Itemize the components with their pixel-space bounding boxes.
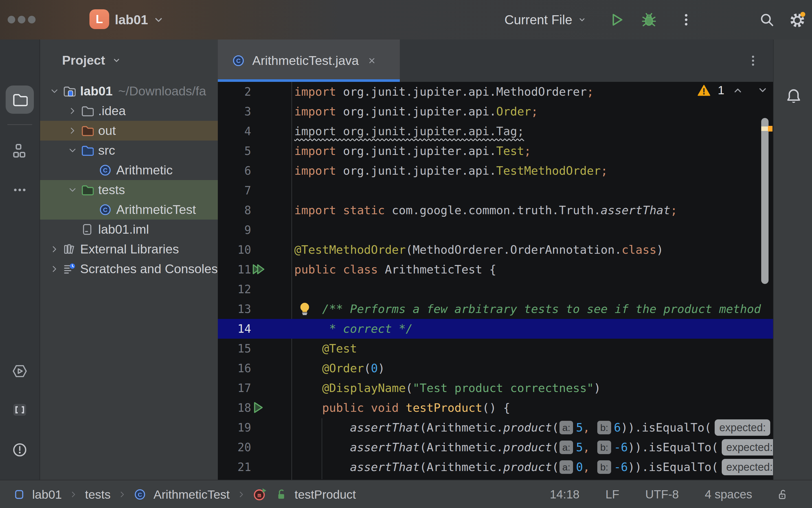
code-text: import org.junit.jupiter.api.Tag; <box>294 121 524 141</box>
tree-item-arithmetic[interactable]: CArithmetic <box>40 160 218 180</box>
tool-window-strip <box>0 40 40 480</box>
tree-item-label: src <box>98 143 115 158</box>
run-configuration-selector[interactable]: Current File <box>504 0 587 40</box>
code-line-18[interactable]: 18 public void testProduct() { <box>218 398 773 418</box>
tab-list-options-button[interactable] <box>746 54 760 68</box>
chevron-right-icon[interactable] <box>67 126 78 136</box>
module-icon <box>13 489 25 500</box>
code-line-2[interactable]: 2import org.junit.jupiter.api.MethodOrde… <box>218 82 773 101</box>
traffic-light-minimize-button[interactable] <box>18 16 26 24</box>
code-text: * correct */ <box>294 319 413 339</box>
code-line-8[interactable]: 8import static com.google.common.truth.T… <box>218 200 773 220</box>
project-view-selector[interactable]: Project <box>62 40 122 81</box>
code-viewport[interactable]: 2import org.junit.jupiter.api.MethodOrde… <box>218 82 773 480</box>
project-initial: L <box>96 12 103 26</box>
editor-scrollbar[interactable] <box>761 118 769 284</box>
code-line-12[interactable]: 12 <box>218 280 773 299</box>
code-line-11[interactable]: 11public class ArithmeticTest { <box>218 260 773 280</box>
strip-divider <box>7 124 32 125</box>
chevron-right-icon[interactable] <box>67 106 78 116</box>
tree-item-lab01[interactable]: lab01~/Downloads/fa <box>40 81 218 101</box>
breadcrumb-class[interactable]: ArithmeticTest <box>153 488 230 502</box>
breadcrumb-method[interactable]: testProduct <box>295 488 356 502</box>
code-line-3[interactable]: 3import org.junit.jupiter.api.Order; <box>218 101 773 121</box>
code-line-13[interactable]: 13 /** Performs a few arbitrary tests to… <box>218 299 773 319</box>
line-number: 11 <box>218 260 251 280</box>
services-tool-window-button[interactable] <box>12 363 28 379</box>
code-line-10[interactable]: 10@TestMethodOrder(MethodOrderer.OrderAn… <box>218 240 773 260</box>
terminal-tool-window-button[interactable] <box>12 402 28 418</box>
tree-item-external-libraries[interactable]: External Libraries <box>40 239 218 259</box>
previous-problem-chevron-up-icon[interactable] <box>732 84 744 96</box>
code-line-20[interactable]: 20 assertThat(Arithmetic.product(a:5, b:… <box>218 437 773 457</box>
tree-item-out[interactable]: out <box>40 121 218 140</box>
notifications-bell-button[interactable] <box>785 87 802 105</box>
code-line-17[interactable]: 17 @DisplayName("Test product correctnes… <box>218 378 773 398</box>
status-bar: lab01 tests C ArithmeticTest m testProdu… <box>0 480 812 508</box>
code-line-21[interactable]: 21 assertThat(Arithmetic.product(a:0, b:… <box>218 457 773 477</box>
tree-item-lab01-iml[interactable]: lab01.iml <box>40 220 218 239</box>
tree-item-idea[interactable]: .idea <box>40 101 218 121</box>
breadcrumb-folder[interactable]: tests <box>85 488 110 502</box>
inspections-widget[interactable]: 1 <box>697 84 769 97</box>
editor-tab-bar: C ArithmeticTest.java <box>218 40 773 82</box>
line-number: 7 <box>218 181 251 200</box>
problems-tool-window-button[interactable] <box>12 442 28 458</box>
tab-arithmetictest-java[interactable]: C ArithmeticTest.java <box>218 40 400 82</box>
svg-text:m: m <box>258 492 261 499</box>
error-stripe-warning-mark[interactable] <box>768 126 772 131</box>
code-line-16[interactable]: 16 @Order(0) <box>218 358 773 378</box>
tree-item-scratches-and-consoles[interactable]: Scratches and Consoles <box>40 259 218 279</box>
code-line-4[interactable]: 4import org.junit.jupiter.api.Tag; <box>218 121 773 141</box>
encoding-widget[interactable]: UTF-8 <box>632 488 692 501</box>
indent-widget[interactable]: 4 spaces <box>692 488 765 501</box>
settings-gear-icon[interactable] <box>789 12 805 28</box>
project-tool-window-button[interactable] <box>6 86 34 114</box>
code-text: @TestMethodOrder(MethodOrderer.OrderAnno… <box>294 240 663 260</box>
code-line-7[interactable]: 7 <box>218 181 773 200</box>
chevron-down-icon[interactable] <box>67 145 78 156</box>
structure-tool-window-button[interactable] <box>12 143 28 159</box>
caret-position-widget[interactable]: 14:18 <box>537 488 592 501</box>
chevron-down-icon[interactable] <box>49 86 59 96</box>
code-text: import org.junit.jupiter.api.TestMethodO… <box>294 161 608 181</box>
code-line-14[interactable]: 14 * correct */ <box>218 319 773 339</box>
code-line-9[interactable]: 9 <box>218 220 773 240</box>
debug-button[interactable] <box>641 12 657 28</box>
next-problem-chevron-down-icon[interactable] <box>756 84 769 96</box>
editor-area: C ArithmeticTest.java 2import org.junit.… <box>218 40 773 480</box>
right-tool-window-strip <box>773 40 812 480</box>
chevron-right-icon[interactable] <box>49 264 59 274</box>
breadcrumb-module[interactable]: lab01 <box>32 488 62 502</box>
line-number: 2 <box>218 82 251 101</box>
more-options-button[interactable] <box>678 12 694 28</box>
tree-item-arithmetictest[interactable]: CArithmeticTest <box>40 200 218 220</box>
chevron-right-icon <box>69 490 78 499</box>
project-selector[interactable]: lab01 <box>115 0 148 40</box>
code-line-15[interactable]: 15 @Test <box>218 339 773 358</box>
line-separator-widget[interactable]: LF <box>592 488 632 501</box>
code-text: @Test <box>294 339 357 358</box>
code-text: /** Performs a few arbitrary tests to se… <box>294 299 761 319</box>
traffic-light-zoom-button[interactable] <box>28 16 36 24</box>
code-line-6[interactable]: 6import org.junit.jupiter.api.TestMethod… <box>218 161 773 181</box>
traffic-light-close-button[interactable] <box>8 16 15 24</box>
more-tool-windows-button[interactable] <box>12 182 28 198</box>
search-icon[interactable] <box>759 12 775 28</box>
chevron-right-icon[interactable] <box>49 244 59 254</box>
run-test-icon[interactable] <box>251 400 265 415</box>
project-badge-icon[interactable]: L <box>89 9 109 29</box>
code-line-5[interactable]: 5import org.junit.jupiter.api.Test; <box>218 141 773 161</box>
tree-item-src[interactable]: src <box>40 140 218 160</box>
code-text: import org.junit.jupiter.api.MethodOrder… <box>294 82 594 101</box>
folder-icon <box>81 104 94 117</box>
readonly-lock-icon[interactable] <box>765 489 812 500</box>
tree-item-path: ~/Downloads/fa <box>118 84 206 98</box>
project-tree: lab01~/Downloads/fa.ideaoutsrcCArithmeti… <box>40 81 218 480</box>
chevron-down-icon[interactable] <box>67 185 78 195</box>
code-line-19[interactable]: 19 assertThat(Arithmetic.product(a:5, b:… <box>218 418 773 437</box>
run-all-tests-icon[interactable] <box>251 262 267 276</box>
tree-item-tests[interactable]: tests <box>40 180 218 200</box>
run-button[interactable] <box>609 12 625 28</box>
close-icon[interactable] <box>366 55 377 66</box>
